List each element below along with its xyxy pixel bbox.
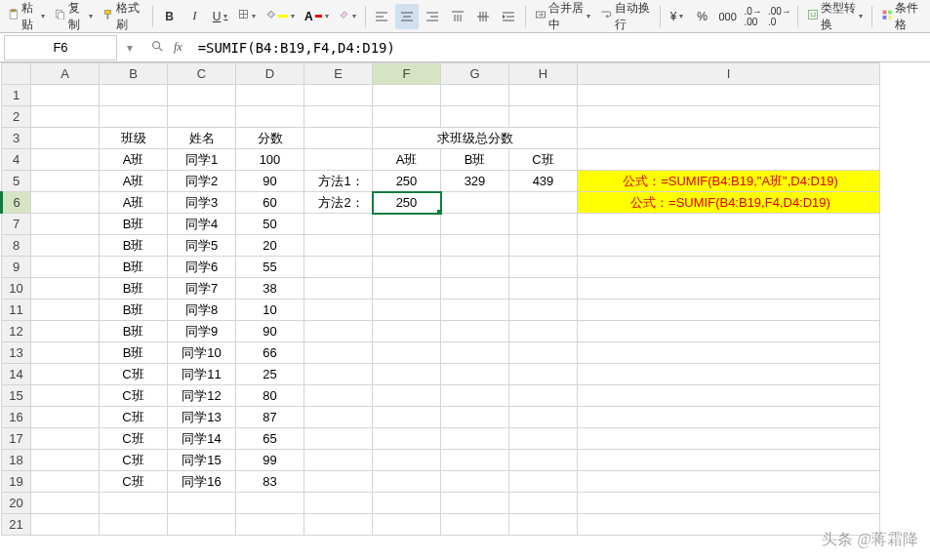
row-header-16[interactable]: 16 [2, 407, 31, 428]
cell-F17[interactable] [373, 428, 441, 450]
column-header-H[interactable]: H [509, 63, 578, 85]
cell-B11[interactable]: B班 [100, 300, 168, 321]
cell-C6[interactable]: 同学3 [168, 192, 236, 214]
cell-B14[interactable]: C班 [100, 364, 168, 385]
align-middle-button[interactable] [471, 4, 495, 29]
row-header-4[interactable]: 4 [2, 149, 31, 171]
name-box[interactable]: F6 [4, 35, 117, 60]
cell-E14[interactable] [304, 364, 373, 385]
cell-C8[interactable]: 同学5 [168, 235, 236, 257]
cell-H1[interactable] [509, 85, 578, 106]
merge-center-button[interactable]: 合并居中 ▾ [531, 4, 594, 29]
cell-C11[interactable]: 同学8 [168, 300, 236, 321]
column-header-G[interactable]: G [441, 63, 509, 85]
cell-G13[interactable] [441, 342, 509, 364]
cell-H15[interactable] [509, 385, 578, 407]
cell-E21[interactable] [304, 514, 373, 536]
cell-G14[interactable] [441, 364, 509, 385]
cell-E16[interactable] [304, 407, 373, 428]
cell-A21[interactable] [31, 514, 100, 536]
decrease-decimal-button[interactable]: .00→.0 [767, 4, 793, 29]
cell-B3[interactable]: 班级 [100, 128, 168, 149]
cell-G17[interactable] [441, 428, 509, 450]
cell-A9[interactable] [31, 257, 100, 278]
cell-H11[interactable] [509, 300, 578, 321]
row-header-11[interactable]: 11 [2, 300, 31, 321]
cell-E17[interactable] [304, 428, 373, 450]
cell-G2[interactable] [441, 106, 509, 128]
cell-D2[interactable] [236, 106, 304, 128]
cell-E2[interactable] [304, 106, 373, 128]
column-header-B[interactable]: B [100, 63, 168, 85]
cell-E15[interactable] [304, 385, 373, 407]
cell-E9[interactable] [304, 257, 373, 278]
cell-D19[interactable]: 83 [236, 471, 304, 493]
indent-button[interactable] [497, 4, 520, 29]
row-header-1[interactable]: 1 [2, 85, 31, 106]
cell-G8[interactable] [441, 235, 509, 257]
cell-A10[interactable] [31, 278, 100, 300]
cell-G7[interactable] [441, 214, 509, 235]
percent-button[interactable]: % [691, 4, 714, 29]
cell-I10[interactable] [578, 278, 880, 300]
italic-button[interactable]: I [183, 4, 207, 29]
cell-B8[interactable]: B班 [100, 235, 168, 257]
cell-A20[interactable] [31, 493, 100, 514]
cell-E1[interactable] [304, 85, 373, 106]
cell-H2[interactable] [509, 106, 578, 128]
cell-E5[interactable]: 方法1： [304, 171, 373, 192]
cell-C1[interactable] [168, 85, 236, 106]
cell-B20[interactable] [100, 493, 168, 514]
cell-I7[interactable] [578, 214, 880, 235]
cell-G15[interactable] [441, 385, 509, 407]
cell-I4[interactable] [578, 149, 880, 171]
cell-B15[interactable]: C班 [100, 385, 168, 407]
cell-C19[interactable]: 同学16 [168, 471, 236, 493]
cell-D17[interactable]: 65 [236, 428, 304, 450]
cell-I19[interactable] [578, 471, 880, 493]
cell-H9[interactable] [509, 257, 578, 278]
select-all-corner[interactable] [2, 63, 31, 85]
cell-G19[interactable] [441, 471, 509, 493]
cell-B12[interactable]: B班 [100, 321, 168, 342]
cell-C17[interactable]: 同学14 [168, 428, 236, 450]
comma-button[interactable]: 000 [716, 4, 740, 29]
cell-I17[interactable] [578, 428, 880, 450]
cell-G11[interactable] [441, 300, 509, 321]
cell-C3[interactable]: 姓名 [168, 128, 236, 149]
cell-D8[interactable]: 20 [236, 235, 304, 257]
cell-B7[interactable]: B班 [100, 214, 168, 235]
cell-E12[interactable] [304, 321, 373, 342]
cell-B1[interactable] [100, 85, 168, 106]
cell-D5[interactable]: 90 [236, 171, 304, 192]
column-header-I[interactable]: I [578, 63, 880, 85]
cell-I6[interactable]: 公式：=SUMIF(B4:B19,F4,D4:D19) [578, 192, 880, 214]
row-header-19[interactable]: 19 [2, 471, 31, 493]
column-header-E[interactable]: E [304, 63, 373, 85]
row-header-7[interactable]: 7 [2, 214, 31, 235]
cell-B10[interactable]: B班 [100, 278, 168, 300]
column-header-C[interactable]: C [168, 63, 236, 85]
cell-H12[interactable] [509, 321, 578, 342]
cell-A14[interactable] [31, 364, 100, 385]
clear-button[interactable]: ▾ [335, 4, 360, 29]
cell-A6[interactable] [31, 192, 100, 214]
cell-A3[interactable] [31, 128, 100, 149]
cell-A1[interactable] [31, 85, 100, 106]
cell-F15[interactable] [373, 385, 441, 407]
align-top-button[interactable] [446, 4, 469, 29]
cell-H14[interactable] [509, 364, 578, 385]
cell-I2[interactable] [578, 106, 880, 128]
cell-C7[interactable]: 同学4 [168, 214, 236, 235]
cell-H20[interactable] [509, 493, 578, 514]
cell-G20[interactable] [441, 493, 509, 514]
cell-G1[interactable] [441, 85, 509, 106]
cell-F7[interactable] [373, 214, 441, 235]
cell-D18[interactable]: 99 [236, 450, 304, 471]
type-convert-button[interactable]: 12 类型转换 ▾ [803, 4, 867, 29]
cell-B17[interactable]: C班 [100, 428, 168, 450]
cell-A15[interactable] [31, 385, 100, 407]
cell-D7[interactable]: 50 [236, 214, 304, 235]
cell-B16[interactable]: C班 [100, 407, 168, 428]
cell-A11[interactable] [31, 300, 100, 321]
